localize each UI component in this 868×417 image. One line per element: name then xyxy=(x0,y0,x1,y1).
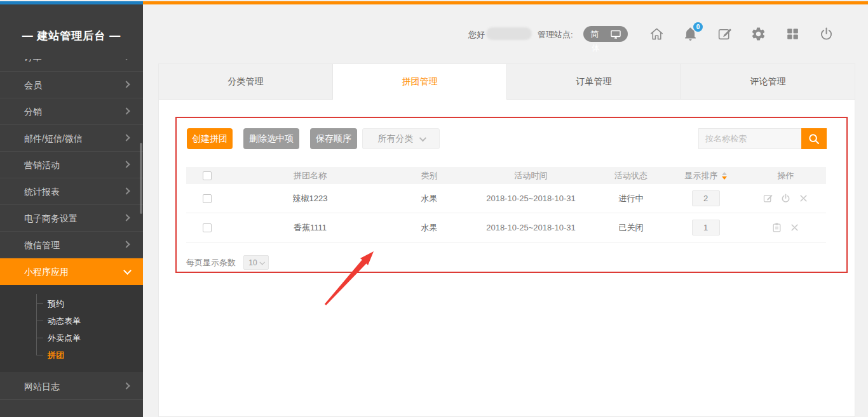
cell-category: 水果 xyxy=(393,222,466,234)
power-logout-icon[interactable] xyxy=(818,26,834,42)
chevron-right-icon xyxy=(123,81,130,88)
delete-selected-button[interactable]: 删除选中项 xyxy=(243,128,299,149)
edit-icon[interactable] xyxy=(763,193,773,204)
chevron-right-icon xyxy=(123,59,130,60)
clipboard-icon[interactable] xyxy=(771,222,782,233)
notification-badge: 0 xyxy=(693,22,703,32)
sidebar-item-reports[interactable]: 统计报表 xyxy=(0,178,143,205)
notifications-bell-icon[interactable]: 0 xyxy=(682,26,698,42)
cell-time: 2018-10-25~2018-10-31 xyxy=(466,194,596,203)
table-row: 辣椒1223 水果 2018-10-25~2018-10-31 进行中 2 xyxy=(186,184,826,213)
tab-comment-management[interactable]: 评论管理 xyxy=(681,64,855,100)
sidebar-item-site-logs[interactable]: 网站日志 xyxy=(0,373,143,400)
language-toggle[interactable]: 简 xyxy=(583,26,628,42)
chevron-right-icon xyxy=(123,187,130,194)
col-header-time: 活动时间 xyxy=(466,170,596,182)
chevron-down-icon xyxy=(259,260,264,265)
sidebar-item-ecommerce-settings[interactable]: 电子商务设置 xyxy=(0,205,143,232)
sort-toggle-icon[interactable] xyxy=(722,172,727,180)
settings-gear-icon[interactable] xyxy=(750,26,766,42)
compose-edit-icon[interactable] xyxy=(717,26,733,42)
app-title: — 建站管理后台 — xyxy=(0,4,143,59)
search-input[interactable] xyxy=(698,128,801,149)
sidebar-item-members[interactable]: 会员 xyxy=(0,72,143,98)
tab-bar: 分类管理 拼团管理 订单管理 评论管理 xyxy=(159,64,855,100)
delete-x-icon[interactable] xyxy=(798,193,809,204)
submenu-item-booking[interactable]: 预约 xyxy=(0,295,143,312)
site-label: 管理站点: xyxy=(538,29,573,41)
chevron-right-icon xyxy=(123,107,130,114)
search-icon xyxy=(808,133,820,145)
select-all-checkbox[interactable] xyxy=(203,171,212,180)
chevron-right-icon xyxy=(123,241,130,248)
submenu-item-group-buy[interactable]: 拼团 xyxy=(0,347,143,364)
sidebar: — 建站管理后台 — 订单 会员 分销 邮件/短信/微信 营销活动 统计报表 电… xyxy=(0,4,143,417)
cell-status: 已关闭 xyxy=(596,222,666,234)
sidebar-item-mail-sms-wechat[interactable]: 邮件/短信/微信 xyxy=(0,125,143,152)
home-icon[interactable] xyxy=(649,26,665,42)
language-char-overflow: 体 xyxy=(592,43,600,54)
page-size-label: 每页显示条数 xyxy=(186,257,236,268)
sidebar-item-marketing[interactable]: 营销活动 xyxy=(0,152,143,178)
submenu-item-dynamic-forms[interactable]: 动态表单 xyxy=(0,312,143,329)
create-groupbuy-button[interactable]: 创建拼团 xyxy=(187,128,233,149)
sidebar-item-distribution[interactable]: 分销 xyxy=(0,98,143,125)
chevron-right-icon xyxy=(123,161,130,168)
col-header-sort: 显示排序 xyxy=(685,170,718,182)
tab-groupbuy-management[interactable]: 拼团管理 xyxy=(333,64,507,100)
disable-power-icon[interactable] xyxy=(780,193,791,204)
row-checkbox[interactable] xyxy=(203,194,212,203)
cell-status: 进行中 xyxy=(596,193,666,204)
monitor-icon xyxy=(611,30,621,39)
chevron-right-icon xyxy=(123,134,130,141)
page-size-control: 每页显示条数 10 xyxy=(186,255,269,270)
tab-category-management[interactable]: 分类管理 xyxy=(159,64,333,100)
page-size-dropdown[interactable]: 10 xyxy=(243,255,269,270)
sidebar-item-wechat-management[interactable]: 微信管理 xyxy=(0,232,143,258)
sidebar-item-miniprogram-apps[interactable]: 小程序应用 xyxy=(0,258,143,285)
col-header-status: 活动状态 xyxy=(596,170,666,182)
top-accent-orange xyxy=(143,1,868,4)
apps-grid-icon[interactable] xyxy=(785,26,801,42)
chevron-down-icon xyxy=(123,267,132,275)
col-header-actions: 操作 xyxy=(745,170,826,182)
sort-down-icon xyxy=(722,176,727,180)
sort-order-input[interactable]: 1 xyxy=(692,220,720,235)
username-redacted xyxy=(486,27,532,40)
sort-up-icon xyxy=(722,172,727,175)
col-header-category: 类别 xyxy=(393,170,466,182)
chevron-right-icon xyxy=(123,382,130,389)
chevron-down-icon xyxy=(419,134,426,141)
tab-order-management[interactable]: 订单管理 xyxy=(507,64,681,100)
cell-name: 香蕉1111 xyxy=(227,222,393,234)
miniprogram-submenu: 预约 动态表单 外卖点单 拼团 xyxy=(0,285,143,373)
row-checkbox[interactable] xyxy=(203,223,212,232)
sidebar-scrollbar[interactable] xyxy=(140,143,142,214)
greeting-text: 您好 xyxy=(468,29,485,41)
search-button[interactable] xyxy=(801,128,827,149)
chevron-right-icon xyxy=(123,214,130,221)
groupbuy-table: 拼团名称 类别 活动时间 活动状态 显示排序 操作 辣椒1223 水果 2018… xyxy=(186,167,826,242)
language-char: 简 xyxy=(590,29,599,40)
table-row: 香蕉1111 水果 2018-10-25~2018-10-31 已关闭 1 xyxy=(186,213,826,242)
cell-time: 2018-10-25~2018-10-31 xyxy=(466,223,596,232)
sort-order-input[interactable]: 2 xyxy=(692,190,720,206)
category-filter-dropdown[interactable]: 所有分类 xyxy=(362,128,440,149)
sidebar-item-label: 订单 xyxy=(24,59,42,62)
col-header-name: 拼团名称 xyxy=(227,170,393,182)
table-header-row: 拼团名称 类别 活动时间 活动状态 显示排序 操作 xyxy=(186,167,826,184)
cell-category: 水果 xyxy=(393,193,466,204)
search-bar xyxy=(698,128,827,149)
save-order-button[interactable]: 保存顺序 xyxy=(310,128,357,149)
sidebar-item-clipped[interactable]: 订单 xyxy=(0,59,143,72)
cell-name: 辣椒1223 xyxy=(227,193,393,204)
delete-x-icon[interactable] xyxy=(789,222,800,233)
submenu-item-takeout-order[interactable]: 外卖点单 xyxy=(0,329,143,347)
